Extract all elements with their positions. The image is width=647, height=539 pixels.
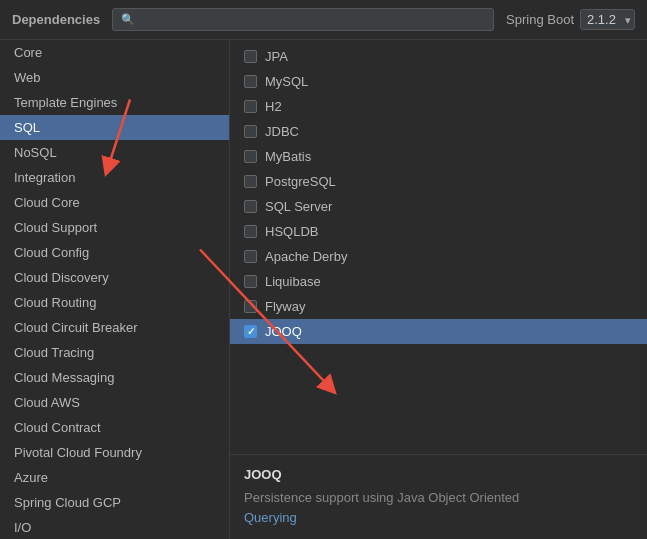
right-item[interactable]: JPA (230, 44, 647, 69)
checkbox[interactable] (244, 175, 257, 188)
dependencies-title: Dependencies (12, 12, 100, 27)
detail-description-text: Persistence support using Java Object Or… (244, 490, 519, 505)
right-item[interactable]: SQL Server (230, 194, 647, 219)
left-item[interactable]: Cloud Config (0, 240, 229, 265)
right-item-label: Flyway (265, 299, 305, 314)
left-item[interactable]: NoSQL (0, 140, 229, 165)
checkbox[interactable] (244, 100, 257, 113)
right-item-label: SQL Server (265, 199, 332, 214)
right-item-label: JDBC (265, 124, 299, 139)
right-item[interactable]: MyBatis (230, 144, 647, 169)
right-item[interactable]: Liquibase (230, 269, 647, 294)
panels-wrapper: CoreWebTemplate EnginesSQLNoSQLIntegrati… (0, 40, 647, 539)
right-item[interactable]: JOOQ (230, 319, 647, 344)
left-item[interactable]: Cloud Circuit Breaker (0, 315, 229, 340)
left-item[interactable]: Cloud AWS (0, 390, 229, 415)
checkbox[interactable] (244, 275, 257, 288)
checkbox[interactable] (244, 50, 257, 63)
right-item-label: PostgreSQL (265, 174, 336, 189)
left-item[interactable]: Cloud Messaging (0, 365, 229, 390)
right-item-label: H2 (265, 99, 282, 114)
right-list: JPAMySQLH2JDBCMyBatisPostgreSQLSQL Serve… (230, 40, 647, 454)
search-icon: 🔍 (121, 13, 135, 26)
checkbox[interactable] (244, 325, 257, 338)
left-item[interactable]: Template Engines (0, 90, 229, 115)
left-panel: CoreWebTemplate EnginesSQLNoSQLIntegrati… (0, 40, 230, 539)
checkbox[interactable] (244, 200, 257, 213)
right-item-label: MySQL (265, 74, 308, 89)
right-item-label: HSQLDB (265, 224, 318, 239)
version-wrapper[interactable]: 2.1.2 2.1.1 2.0.9 (580, 9, 635, 30)
left-item[interactable]: Core (0, 40, 229, 65)
checkbox[interactable] (244, 75, 257, 88)
search-box[interactable]: 🔍 (112, 8, 494, 31)
left-item[interactable]: I/O (0, 515, 229, 539)
right-item-label: JPA (265, 49, 288, 64)
left-item[interactable]: Cloud Discovery (0, 265, 229, 290)
right-item-label: MyBatis (265, 149, 311, 164)
left-item[interactable]: Azure (0, 465, 229, 490)
spring-boot-section: Spring Boot 2.1.2 2.1.1 2.0.9 (506, 9, 635, 30)
right-item-label: Apache Derby (265, 249, 347, 264)
checkbox[interactable] (244, 300, 257, 313)
checkbox[interactable] (244, 225, 257, 238)
detail-panel: JOOQ Persistence support using Java Obje… (230, 454, 647, 539)
left-item[interactable]: Cloud Contract (0, 415, 229, 440)
left-item[interactable]: Spring Cloud GCP (0, 490, 229, 515)
right-item[interactable]: HSQLDB (230, 219, 647, 244)
right-item-label: Liquibase (265, 274, 321, 289)
right-item[interactable]: JDBC (230, 119, 647, 144)
detail-description: Persistence support using Java Object Or… (244, 488, 633, 527)
left-item[interactable]: Pivotal Cloud Foundry (0, 440, 229, 465)
left-item[interactable]: Web (0, 65, 229, 90)
left-item[interactable]: Cloud Core (0, 190, 229, 215)
checkbox[interactable] (244, 250, 257, 263)
search-input[interactable] (141, 12, 485, 27)
detail-link[interactable]: Querying (244, 510, 297, 525)
header: Dependencies 🔍 Spring Boot 2.1.2 2.1.1 2… (0, 0, 647, 40)
right-item[interactable]: MySQL (230, 69, 647, 94)
checkbox[interactable] (244, 125, 257, 138)
detail-title: JOOQ (244, 467, 633, 482)
right-item[interactable]: PostgreSQL (230, 169, 647, 194)
spring-boot-label: Spring Boot (506, 12, 574, 27)
left-item[interactable]: SQL (0, 115, 229, 140)
left-item[interactable]: Cloud Support (0, 215, 229, 240)
right-item[interactable]: Flyway (230, 294, 647, 319)
right-panel: JPAMySQLH2JDBCMyBatisPostgreSQLSQL Serve… (230, 40, 647, 539)
right-item[interactable]: H2 (230, 94, 647, 119)
right-item-label: JOOQ (265, 324, 302, 339)
right-item[interactable]: Apache Derby (230, 244, 647, 269)
left-item[interactable]: Cloud Routing (0, 290, 229, 315)
app-container: Dependencies 🔍 Spring Boot 2.1.2 2.1.1 2… (0, 0, 647, 539)
checkbox[interactable] (244, 150, 257, 163)
left-item[interactable]: Integration (0, 165, 229, 190)
version-select[interactable]: 2.1.2 2.1.1 2.0.9 (580, 9, 635, 30)
left-item[interactable]: Cloud Tracing (0, 340, 229, 365)
